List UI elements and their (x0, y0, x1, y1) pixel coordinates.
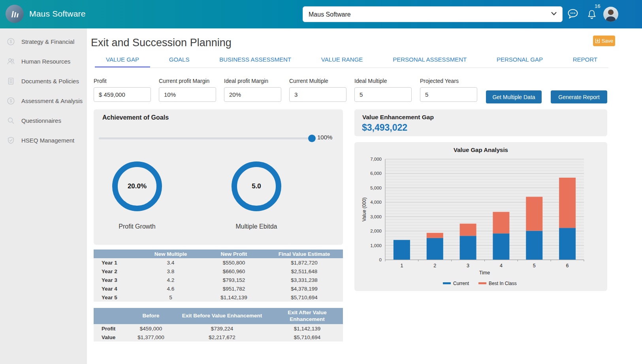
cell: Year 5 (94, 293, 139, 302)
cell: $1,872,720 (265, 258, 343, 267)
profit-field[interactable] (94, 87, 151, 102)
ideal-multiple-field[interactable] (354, 87, 412, 102)
table-row: Year 5 5 $1,142,139 $5,710,694 (94, 293, 343, 302)
legend-swatch (443, 282, 451, 284)
goals-slider-handle[interactable] (308, 135, 316, 142)
bar-current-2 (427, 238, 443, 260)
comparison-table: Before Exit Before Value Enhancement Exi… (94, 308, 343, 341)
sidebar-item-label: Human Resources (21, 58, 70, 65)
tab-personal-gap[interactable]: PERSONAL GAP (486, 54, 554, 68)
svg-text:4,000: 4,000 (370, 200, 382, 205)
cell: $459,000 (129, 324, 173, 333)
cell: $1,377,000 (129, 333, 173, 341)
projection-table: New Multiple New Profit Final Value Esti… (94, 250, 343, 302)
sidebar-item-label: Strategy & Financial (21, 38, 74, 45)
bar-current-5 (526, 231, 542, 260)
svg-text:1: 1 (400, 263, 403, 268)
svg-text:7,000: 7,000 (370, 157, 382, 161)
multiple-ebitda-label: Multiple Ebitda (236, 223, 277, 230)
sidebar-item-questionnaires[interactable]: Questionnaires (0, 111, 87, 130)
app-name: Maus Software (29, 9, 86, 19)
value-gap-analysis-chart-panel: 01,0002,0003,0004,0005,0006,0007,0001234… (354, 142, 607, 291)
cell: $739,224 (173, 324, 271, 333)
brand: Maus Software (6, 5, 86, 23)
table-row: Year 3 4.2 $793,152 $3,331,238 (94, 276, 343, 284)
bar-current-6 (559, 228, 576, 260)
current-multiple-field[interactable] (289, 87, 346, 102)
legend-swatch (478, 282, 486, 284)
header-exit-after-value-enhancement: Exit After Value Enhancement (271, 308, 343, 324)
dollar-circle-icon: $ (7, 38, 15, 45)
ideal-profit-margin-field[interactable] (224, 87, 281, 102)
sidebar-item-strategy-financial[interactable]: $ Strategy & Financial (0, 32, 87, 51)
projected-years-field[interactable] (420, 87, 477, 102)
gap-amount: $3,493,022 (362, 122, 407, 133)
sidebar: $ Strategy & Financial Human Resources D… (0, 28, 87, 364)
save-button[interactable]: Save (593, 36, 615, 46)
bell-icon[interactable] (587, 9, 597, 21)
current-profit-margin-field[interactable] (159, 87, 216, 102)
table-row: Profit $459,000 $739,224 $1,142,139 (94, 324, 343, 333)
svg-text:$: $ (10, 39, 12, 44)
tab-report[interactable]: REPORT (562, 54, 608, 68)
bar-current-3 (460, 236, 476, 260)
svg-text:6: 6 (566, 263, 569, 268)
chart-plot-area (385, 159, 584, 260)
cell: $2,511,648 (265, 267, 343, 276)
table-row: Year 4 4.6 $951,782 $4,378,199 (94, 284, 343, 293)
cell: Value (94, 333, 129, 341)
dollar-circle-icon: $ (7, 97, 15, 105)
generate-report-button[interactable]: Generate Report (551, 90, 607, 103)
bar-current-4 (493, 233, 509, 260)
company-select[interactable]: Maus Software (303, 6, 563, 22)
cell: 4.2 (139, 276, 202, 284)
search-icon (7, 116, 15, 124)
table-header-row: Before Exit Before Value Enhancement Exi… (94, 308, 343, 324)
chat-icon[interactable] (567, 9, 579, 21)
chart-title: Value Gap Analysis (354, 146, 607, 153)
table-row: Year 2 3.8 $660,960 $2,511,648 (94, 267, 343, 276)
tab-personal-assessment[interactable]: PERSONAL ASSESSMENT (382, 54, 478, 68)
header-blank (94, 250, 139, 258)
sidebar-item-human-resources[interactable]: Human Resources (0, 51, 87, 71)
legend-label: Best In Class (489, 281, 517, 286)
current-profit-margin-label: Current profit Margin (159, 78, 216, 84)
gap-title: Value Enhancement Gap (362, 114, 434, 121)
profit-label: Profit (94, 78, 151, 84)
top-bar: Maus Software Maus Software 16 (0, 0, 642, 28)
get-multiple-data-button[interactable]: Get Multiple Data (486, 90, 542, 103)
sidebar-item-hseq-management[interactable]: HSEQ Management (0, 130, 87, 150)
cell: 3.8 (139, 267, 202, 276)
chart-ylabel: Value (000) (361, 197, 367, 221)
header-blank (94, 308, 129, 324)
page-title: Exit and Succession Planning (91, 37, 232, 49)
tab-goals[interactable]: GOALS (158, 54, 201, 68)
cell: $5,710,694 (271, 333, 343, 341)
goals-slider[interactable] (99, 137, 312, 139)
sidebar-item-assessment-analysis[interactable]: $ Assessment & Analysis (0, 91, 87, 111)
tab-business-assessment[interactable]: BUSINESS ASSESSMENT (208, 54, 302, 68)
profit-growth-value: 20.0% (128, 182, 147, 190)
shield-check-icon (7, 136, 15, 144)
sidebar-item-documents-policies[interactable]: Documents & Policies (0, 71, 87, 91)
svg-text:2,000: 2,000 (370, 229, 382, 233)
profit-growth-ring: 20.0% (112, 161, 162, 211)
tab-value-gap[interactable]: VALUE GAP (95, 54, 150, 68)
cell: 5 (139, 293, 202, 302)
avatar[interactable] (603, 7, 618, 22)
sidebar-item-label: Documents & Policies (21, 78, 79, 84)
table-row: Value $1,377,000 $2,217,672 $5,710,694 (94, 333, 343, 341)
notification-badge: 16 (595, 3, 600, 9)
svg-text:3,000: 3,000 (370, 214, 382, 219)
profit-growth-gauge: 20.0% Profit Growth (98, 161, 177, 230)
people-icon (7, 57, 15, 65)
ideal-profit-margin-label: Ideal profit Margin (224, 78, 281, 84)
bar-best-in-class-4 (493, 212, 509, 234)
bar-best-in-class-2 (427, 233, 443, 238)
cell: $951,782 (202, 284, 265, 293)
header-before: Before (129, 308, 173, 324)
cell: $2,217,672 (173, 333, 271, 341)
profit-growth-label: Profit Growth (119, 223, 155, 230)
cell: 4.6 (139, 284, 202, 293)
tab-value-range[interactable]: VALUE RANGE (310, 54, 374, 68)
